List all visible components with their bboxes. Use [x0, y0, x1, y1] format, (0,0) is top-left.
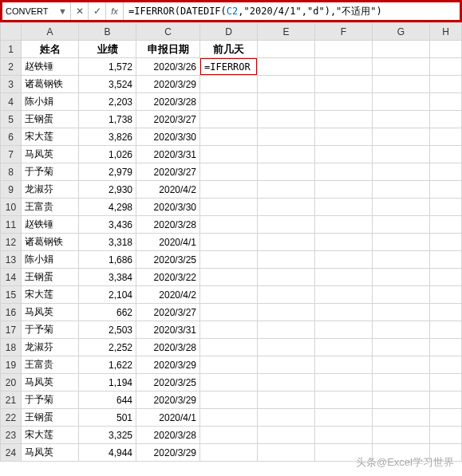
row-header-11[interactable]: 11	[1, 216, 22, 234]
cell[interactable]	[315, 146, 373, 163]
cell-perf[interactable]: 2,252	[79, 339, 136, 356]
cell-date[interactable]: 2020/3/25	[136, 374, 200, 391]
header-date[interactable]: 申报日期	[136, 41, 200, 58]
row-header-15[interactable]: 15	[1, 286, 22, 304]
cell[interactable]	[315, 128, 373, 146]
cell[interactable]	[430, 76, 462, 93]
row-header-12[interactable]: 12	[1, 234, 22, 251]
cell-days[interactable]	[200, 391, 258, 409]
cell[interactable]	[258, 41, 315, 58]
cell-name[interactable]: 马凤英	[22, 146, 79, 163]
cell-name[interactable]: 赵铁锤	[22, 216, 79, 234]
row-header-13[interactable]: 13	[1, 251, 22, 269]
cell-days[interactable]	[200, 76, 258, 93]
cell-days[interactable]	[200, 339, 258, 356]
cell[interactable]	[315, 444, 373, 462]
col-header-C[interactable]: C	[136, 23, 200, 41]
cell[interactable]	[258, 76, 315, 93]
cell-perf[interactable]: 2,979	[79, 163, 136, 181]
cell[interactable]	[430, 374, 462, 391]
cell[interactable]	[258, 409, 315, 427]
cell-days[interactable]	[200, 286, 258, 304]
cell-date[interactable]: 2020/3/28	[136, 339, 200, 356]
cell[interactable]	[373, 111, 430, 128]
cell[interactable]	[373, 269, 430, 286]
cell[interactable]	[258, 111, 315, 128]
cell-date[interactable]: 2020/3/26	[136, 58, 200, 76]
cell[interactable]	[430, 444, 462, 462]
cell[interactable]	[315, 304, 373, 321]
cell[interactable]	[315, 427, 373, 444]
cell-perf[interactable]: 3,318	[79, 234, 136, 251]
cell[interactable]	[430, 269, 462, 286]
cell-perf[interactable]: 644	[79, 391, 136, 409]
cell-days[interactable]	[200, 374, 258, 391]
cell-perf[interactable]: 3,826	[79, 128, 136, 146]
cell-days[interactable]	[200, 181, 258, 199]
cell[interactable]	[258, 339, 315, 356]
cell[interactable]	[315, 409, 373, 427]
cell[interactable]	[315, 269, 373, 286]
cell-date[interactable]: 2020/3/29	[136, 76, 200, 93]
cell[interactable]	[258, 321, 315, 339]
cell-perf[interactable]: 1,686	[79, 251, 136, 269]
cell-date[interactable]: 2020/3/29	[136, 391, 200, 409]
cell[interactable]	[373, 199, 430, 216]
cell[interactable]	[315, 216, 373, 234]
cell-date[interactable]: 2020/3/31	[136, 321, 200, 339]
cell[interactable]	[430, 93, 462, 111]
cell[interactable]	[315, 41, 373, 58]
cell-days[interactable]	[200, 427, 258, 444]
cell-days[interactable]	[200, 251, 258, 269]
header-name[interactable]: 姓名	[22, 41, 79, 58]
cell-days[interactable]	[200, 128, 258, 146]
row-header-2[interactable]: 2	[1, 58, 22, 76]
cell-name[interactable]: 于予菊	[22, 163, 79, 181]
cell[interactable]	[258, 444, 315, 462]
cell[interactable]	[430, 251, 462, 269]
cell[interactable]	[258, 146, 315, 163]
cell[interactable]	[258, 199, 315, 216]
cell-name[interactable]: 陈小娟	[22, 93, 79, 111]
cell[interactable]	[373, 146, 430, 163]
cell-days[interactable]	[200, 444, 258, 462]
cell-date[interactable]: 2020/3/30	[136, 199, 200, 216]
cell-name[interactable]: 于予菊	[22, 391, 79, 409]
formula-input[interactable]: =IFERROR(DATEDIF(C2,"2020/4/1","d"),"不适用…	[124, 2, 460, 20]
cell-perf[interactable]: 1,026	[79, 146, 136, 163]
cell-name[interactable]: 陈小娟	[22, 251, 79, 269]
cell[interactable]	[315, 163, 373, 181]
row-header-22[interactable]: 22	[1, 409, 22, 427]
cell[interactable]	[258, 356, 315, 374]
cell[interactable]	[258, 181, 315, 199]
cell[interactable]	[315, 356, 373, 374]
col-header-A[interactable]: A	[22, 23, 79, 41]
row-header-3[interactable]: 3	[1, 76, 22, 93]
cell[interactable]	[373, 41, 430, 58]
cell-date[interactable]: 2020/3/28	[136, 427, 200, 444]
cell-name[interactable]: 宋大莲	[22, 427, 79, 444]
cell-perf[interactable]: 501	[79, 409, 136, 427]
cell[interactable]	[430, 199, 462, 216]
cell-name[interactable]: 龙淑芬	[22, 339, 79, 356]
cell[interactable]	[258, 251, 315, 269]
row-header-17[interactable]: 17	[1, 321, 22, 339]
cell[interactable]	[258, 304, 315, 321]
cell-days[interactable]: =IFERROR	[200, 58, 258, 76]
cell[interactable]	[258, 374, 315, 391]
cell-perf[interactable]: 2,203	[79, 93, 136, 111]
row-header-6[interactable]: 6	[1, 128, 22, 146]
cell-name[interactable]: 马凤英	[22, 444, 79, 462]
cell-perf[interactable]: 3,524	[79, 76, 136, 93]
row-header-10[interactable]: 10	[1, 199, 22, 216]
cell-perf[interactable]: 1,194	[79, 374, 136, 391]
cell-name[interactable]: 王钢蛋	[22, 111, 79, 128]
cell-perf[interactable]: 1,572	[79, 58, 136, 76]
header-perf[interactable]: 业绩	[79, 41, 136, 58]
cell-name[interactable]: 赵铁锤	[22, 58, 79, 76]
cell-days[interactable]	[200, 234, 258, 251]
cell-name[interactable]: 宋大莲	[22, 128, 79, 146]
cell-date[interactable]: 2020/3/29	[136, 444, 200, 462]
cell[interactable]	[430, 163, 462, 181]
cell[interactable]	[315, 286, 373, 304]
